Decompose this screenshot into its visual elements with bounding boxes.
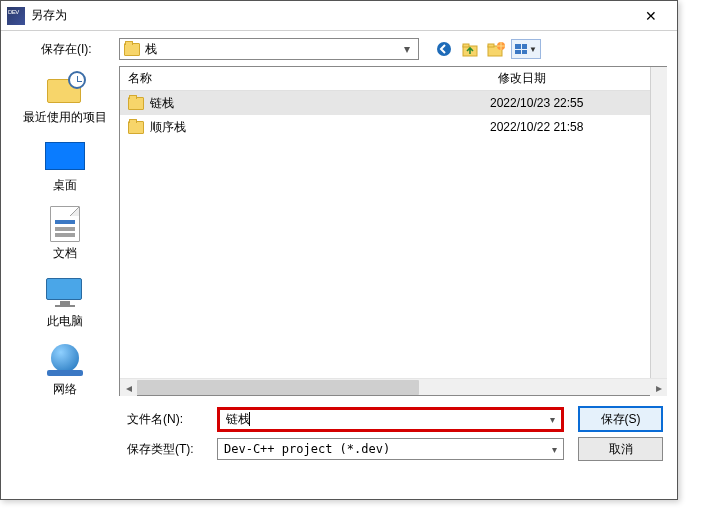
filetype-label: 保存类型(T): <box>127 441 207 458</box>
svg-rect-4 <box>488 44 494 47</box>
save-as-dialog: 另存为 ✕ 保存在(I): 栈 ▾ <box>0 0 678 500</box>
back-button[interactable] <box>433 38 455 60</box>
file-date: 2022/10/23 22:55 <box>490 96 642 110</box>
location-label: 保存在(I): <box>41 41 113 58</box>
save-button[interactable]: 保存(S) <box>578 406 663 432</box>
place-network[interactable]: 网络 <box>21 338 109 402</box>
dialog-body: 保存在(I): 栈 ▾ ▼ <box>1 31 677 474</box>
file-table: 名称 修改日期 链栈2022/10/23 22:55顺序栈2022/10/22 … <box>120 67 650 378</box>
place-documents[interactable]: 文档 <box>21 202 109 266</box>
pc-icon <box>46 278 84 306</box>
scroll-thumb[interactable] <box>137 380 419 395</box>
view-menu-button[interactable]: ▼ <box>511 39 541 59</box>
view-grid-icon <box>515 44 527 54</box>
new-folder-button[interactable] <box>485 38 507 60</box>
location-text: 栈 <box>145 41 400 58</box>
place-recent[interactable]: 最近使用的项目 <box>21 66 109 130</box>
file-date: 2022/10/22 21:58 <box>490 120 642 134</box>
table-row[interactable]: 顺序栈2022/10/22 21:58 <box>120 115 650 139</box>
filename-combobox[interactable]: 链栈 ▾ <box>217 407 564 432</box>
bottom-panel: 文件名(N): 链栈 ▾ 保存(S) 保存类型(T): Dev-C++ proj… <box>11 396 667 464</box>
place-desktop[interactable]: 桌面 <box>21 134 109 198</box>
documents-icon <box>50 206 80 242</box>
filetype-value: Dev-C++ project (*.dev) <box>224 442 552 456</box>
desktop-icon <box>45 142 85 170</box>
column-name[interactable]: 名称 <box>120 67 490 90</box>
app-icon <box>7 7 25 25</box>
scroll-right-arrow[interactable]: ▸ <box>650 379 667 396</box>
place-label: 最近使用的项目 <box>23 109 107 126</box>
scroll-left-arrow[interactable]: ◂ <box>120 379 137 396</box>
nav-icons: ▼ <box>433 38 541 60</box>
column-modified[interactable]: 修改日期 <box>490 67 650 90</box>
text-caret <box>249 412 250 426</box>
folder-icon <box>124 43 140 56</box>
table-header: 名称 修改日期 <box>120 67 650 91</box>
recent-icon <box>47 73 83 103</box>
filename-value: 链栈 <box>226 411 550 428</box>
chevron-down-icon[interactable]: ▾ <box>400 42 414 56</box>
table-row[interactable]: 链栈2022/10/23 22:55 <box>120 91 650 115</box>
chevron-down-icon[interactable]: ▾ <box>552 444 557 455</box>
main-area: 最近使用的项目 桌面 文档 此电脑 网络 <box>11 66 667 396</box>
file-list-pane: 名称 修改日期 链栈2022/10/23 22:55顺序栈2022/10/22 … <box>119 66 667 396</box>
close-button[interactable]: ✕ <box>631 2 671 30</box>
folder-icon <box>128 97 144 110</box>
place-label: 桌面 <box>53 177 77 194</box>
file-name: 链栈 <box>150 95 490 112</box>
up-one-level-button[interactable] <box>459 38 481 60</box>
file-name: 顺序栈 <box>150 119 490 136</box>
svg-rect-2 <box>463 44 469 47</box>
horizontal-scrollbar[interactable]: ◂ ▸ <box>120 378 667 395</box>
location-combobox[interactable]: 栈 ▾ <box>119 38 419 60</box>
place-label: 文档 <box>53 245 77 262</box>
location-row: 保存在(I): 栈 ▾ ▼ <box>11 38 667 60</box>
place-label: 此电脑 <box>47 313 83 330</box>
folder-icon <box>128 121 144 134</box>
filename-label: 文件名(N): <box>127 411 207 428</box>
chevron-down-icon[interactable]: ▾ <box>550 414 555 425</box>
title-bar[interactable]: 另存为 ✕ <box>1 1 677 31</box>
window-title: 另存为 <box>31 7 631 24</box>
cancel-button[interactable]: 取消 <box>578 437 663 461</box>
svg-point-0 <box>437 42 451 56</box>
place-label: 网络 <box>53 381 77 398</box>
chevron-down-icon: ▼ <box>529 45 537 54</box>
filetype-combobox[interactable]: Dev-C++ project (*.dev) ▾ <box>217 438 564 460</box>
place-this-pc[interactable]: 此电脑 <box>21 270 109 334</box>
network-icon <box>47 344 83 376</box>
places-bar: 最近使用的项目 桌面 文档 此电脑 网络 <box>11 66 119 396</box>
vertical-scrollbar[interactable] <box>650 67 667 378</box>
